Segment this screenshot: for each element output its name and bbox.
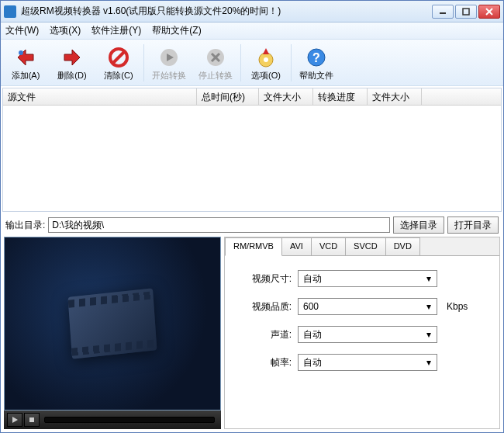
- quality-combo[interactable]: 600 ▾: [298, 298, 437, 315]
- tab-dvd[interactable]: DVD: [385, 237, 420, 256]
- format-tabs: RM/RMVB AVI VCD SVCD DVD: [225, 237, 499, 256]
- svg-point-5: [19, 50, 23, 55]
- quality-unit: Kbps: [447, 301, 468, 312]
- help-label: 帮助文件: [299, 70, 333, 81]
- settings-panel: RM/RMVB AVI VCD SVCD DVD 视频尺寸: 自动 ▾ 视频品质…: [224, 237, 500, 429]
- chevron-down-icon: ▾: [423, 356, 435, 369]
- menubar: 文件(W) 选项(X) 软件注册(Y) 帮助文件(Z): [1, 23, 503, 40]
- options-button[interactable]: 选项(O): [243, 43, 289, 83]
- delete-button[interactable]: 删除(D): [49, 43, 95, 83]
- fps-row: 帧率: 自动 ▾: [237, 354, 487, 371]
- chevron-down-icon: ▾: [423, 272, 435, 285]
- clear-label: 清除(C): [104, 70, 133, 81]
- toolbar-separator-3: [291, 44, 292, 81]
- close-button[interactable]: [478, 5, 500, 19]
- window-controls: [432, 5, 500, 19]
- tab-vcd[interactable]: VCD: [311, 237, 346, 256]
- add-label: 添加(A): [12, 70, 40, 81]
- video-size-row: 视频尺寸: 自动 ▾: [237, 270, 487, 287]
- quality-value: 600: [303, 301, 319, 312]
- output-path-input[interactable]: [48, 217, 390, 233]
- add-icon: [15, 47, 36, 68]
- toolbar-separator-2: [240, 44, 241, 81]
- fps-label: 帧率:: [237, 356, 292, 369]
- delete-label: 删除(D): [57, 70, 86, 81]
- quality-row: 视频品质: 600 ▾ Kbps: [237, 298, 487, 315]
- audio-value: 自动: [303, 328, 322, 341]
- maximize-button[interactable]: [455, 5, 477, 19]
- options-label: 选项(O): [251, 70, 281, 81]
- film-icon: [68, 288, 157, 359]
- open-dir-button[interactable]: 打开目录: [447, 216, 499, 234]
- fps-value: 自动: [303, 356, 322, 369]
- stop-convert-button[interactable]: 停止转换: [192, 43, 239, 83]
- tab-rm[interactable]: RM/RMVB: [225, 237, 282, 256]
- preview-canvas: [4, 237, 221, 410]
- menu-help[interactable]: 帮助文件(Z): [152, 24, 201, 37]
- help-button[interactable]: ? 帮助文件: [293, 43, 340, 83]
- output-label: 输出目录:: [5, 219, 45, 232]
- minimize-button[interactable]: [432, 5, 454, 19]
- video-size-value: 自动: [303, 272, 322, 286]
- quality-label: 视频品质:: [237, 300, 292, 313]
- output-row: 输出目录: 选择目录 打开目录: [2, 215, 502, 235]
- lower-panel: RM/RMVB AVI VCD SVCD DVD 视频尺寸: 自动 ▾ 视频品质…: [1, 237, 503, 432]
- stop-playback-button[interactable]: [24, 413, 40, 427]
- window-title: 超级RM视频转换器 v1.60(试用版只能转换源文件20%的时间！): [21, 5, 432, 18]
- clear-icon: [108, 47, 129, 68]
- col-progress[interactable]: 转换进度: [313, 88, 368, 105]
- app-icon: [4, 5, 16, 18]
- options-icon: [255, 47, 277, 68]
- start-icon: [158, 47, 180, 68]
- fps-combo[interactable]: 自动 ▾: [298, 354, 437, 371]
- stop-label: 停止转换: [198, 70, 233, 81]
- player-bar: [4, 410, 221, 429]
- preview-panel: [4, 237, 221, 429]
- start-label: 开始转换: [152, 70, 186, 81]
- stop-icon: [205, 47, 226, 68]
- list-body[interactable]: [3, 106, 501, 211]
- clear-button[interactable]: 清除(C): [95, 43, 142, 83]
- chevron-down-icon: ▾: [423, 300, 435, 313]
- svg-marker-19: [12, 417, 18, 423]
- toolbar: 添加(A) 删除(D) 清除(C) 开始转换 停止转换 选项(O) ? 帮助文件: [1, 40, 503, 86]
- browse-button[interactable]: 选择目录: [393, 216, 444, 234]
- col-source[interactable]: 源文件: [3, 88, 197, 105]
- svg-rect-1: [463, 9, 469, 15]
- col-size1[interactable]: 文件大小: [259, 88, 313, 105]
- video-size-label: 视频尺寸:: [237, 272, 292, 286]
- tab-svcd[interactable]: SVCD: [345, 237, 386, 256]
- menu-option[interactable]: 选项(X): [50, 24, 81, 37]
- play-button[interactable]: [7, 413, 22, 427]
- svg-text:?: ?: [312, 51, 320, 64]
- menu-file[interactable]: 文件(W): [5, 24, 39, 37]
- toolbar-separator: [143, 44, 144, 81]
- svg-line-8: [113, 52, 124, 63]
- seek-slider[interactable]: [44, 417, 215, 423]
- add-button[interactable]: 添加(A): [2, 43, 49, 83]
- titlebar[interactable]: 超级RM视频转换器 v1.60(试用版只能转换源文件20%的时间！): [1, 1, 503, 23]
- audio-combo[interactable]: 自动 ▾: [298, 326, 437, 343]
- svg-rect-20: [29, 417, 34, 422]
- tab-avi[interactable]: AVI: [281, 237, 312, 256]
- col-duration[interactable]: 总时间(秒): [197, 88, 259, 105]
- app-window: 超级RM视频转换器 v1.60(试用版只能转换源文件20%的时间！) 文件(W)…: [0, 0, 504, 433]
- video-size-combo[interactable]: 自动 ▾: [298, 270, 437, 287]
- svg-point-15: [264, 57, 268, 62]
- audio-label: 声道:: [237, 328, 292, 341]
- start-convert-button[interactable]: 开始转换: [146, 43, 192, 83]
- tab-body: 视频尺寸: 自动 ▾ 视频品质: 600 ▾ Kbps 声道:: [225, 255, 499, 428]
- audio-row: 声道: 自动 ▾: [237, 326, 487, 343]
- chevron-down-icon: ▾: [423, 328, 435, 341]
- col-size2[interactable]: 文件大小: [368, 88, 422, 105]
- file-list: 源文件 总时间(秒) 文件大小 转换进度 文件大小: [2, 88, 502, 212]
- svg-marker-6: [64, 50, 80, 65]
- help-icon: ?: [306, 47, 327, 68]
- list-header: 源文件 总时间(秒) 文件大小 转换进度 文件大小: [3, 88, 501, 106]
- delete-icon: [61, 47, 83, 68]
- menu-register[interactable]: 软件注册(Y): [91, 24, 141, 37]
- svg-marker-16: [263, 48, 269, 54]
